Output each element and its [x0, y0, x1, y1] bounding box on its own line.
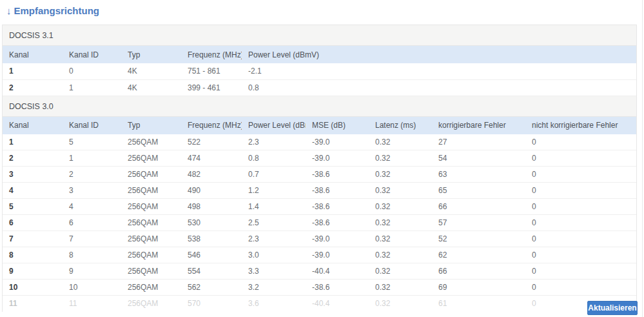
table-row: 214K399 - 4610.8 [3, 79, 636, 96]
table-row: 104K751 - 861-2.1 [3, 63, 636, 79]
table-cell: 0.32 [369, 231, 432, 247]
table-cell: 4 [3, 183, 63, 199]
table-cell: 3.0 [242, 247, 306, 263]
table-cell: 1 [63, 79, 121, 96]
table-cell: 5 [3, 199, 63, 215]
table-row: 43256QAM4901.2-38.60.32650 [3, 183, 636, 199]
table-cell: 57 [432, 215, 525, 231]
table-cell: 256QAM [121, 199, 181, 215]
table-cell: 6 [63, 215, 121, 231]
table-cell: 0.32 [369, 199, 432, 215]
column-header: nicht korrigierbare Fehler [525, 117, 636, 134]
table-cell: 0 [525, 167, 636, 183]
table-cell: 0.32 [369, 150, 432, 167]
table-cell: 751 - 861 [181, 63, 242, 79]
table-cell: 0.32 [369, 263, 432, 280]
table-cell: 1.4 [242, 199, 306, 215]
table-cell: 54 [432, 150, 525, 167]
table-row: 77256QAM5382.3-39.00.32520 [3, 231, 636, 247]
table-cell: 0 [525, 199, 636, 215]
docsis-section: DOCSIS 3.0 KanalKanal IDTypFrequenz (MHz… [3, 96, 636, 312]
table-cell: 399 - 461 [181, 79, 242, 96]
table-cell: 0 [525, 247, 636, 263]
column-header: Kanal ID [63, 117, 121, 134]
table-cell: 256QAM [121, 150, 181, 167]
table-cell: -39.0 [306, 247, 369, 263]
table-cell: -40.4 [306, 263, 369, 280]
table-cell: 3.2 [242, 280, 306, 296]
table-cell: 8 [3, 247, 63, 263]
table-cell: 256QAM [121, 247, 181, 263]
table-cell: 63 [432, 167, 525, 183]
table-cell: 52 [432, 231, 525, 247]
table-cell: 0.32 [369, 167, 432, 183]
table-cell: 546 [181, 247, 242, 263]
table-cell: 69 [432, 280, 525, 296]
table-cell: 66 [432, 199, 525, 215]
table-cell: 6 [3, 215, 63, 231]
table-cell: 8 [63, 247, 121, 263]
channel-table: KanalKanal IDTypFrequenz (MHz)Power Leve… [3, 46, 636, 96]
column-header: MSE (dB) [306, 117, 369, 134]
table-cell: 2 [63, 167, 121, 183]
table-row: 66256QAM5302.5-38.60.32570 [3, 215, 636, 231]
table-cell: 4K [121, 63, 181, 79]
table-cell: 256QAM [121, 183, 181, 199]
table-cell: 474 [181, 150, 242, 167]
table-cell: 2.3 [242, 134, 306, 150]
table-cell: 256QAM [121, 134, 181, 150]
table-cell: 65 [432, 183, 525, 199]
table-header-row: KanalKanal IDTypFrequenz (MHz)Power Leve… [3, 117, 636, 134]
table-cell: 554 [181, 263, 242, 280]
receive-direction-title[interactable]: ↓Empfangsrichtung [6, 5, 99, 16]
table-cell: 4K [121, 79, 181, 96]
column-header: Kanal [3, 117, 63, 134]
table-cell: 490 [181, 183, 242, 199]
table-cell: 256QAM [121, 167, 181, 183]
table-cell: 0 [525, 183, 636, 199]
table-cell: 7 [3, 231, 63, 247]
table-header-row: KanalKanal IDTypFrequenz (MHz)Power Leve… [3, 46, 636, 63]
table-cell: 3.3 [242, 263, 306, 280]
table-cell: 3.6 [242, 296, 306, 312]
table-cell: 522 [181, 134, 242, 150]
table-cell: 1.2 [242, 183, 306, 199]
table-row: 88256QAM5463.0-39.00.32620 [3, 247, 636, 263]
column-header: Typ [121, 46, 181, 63]
column-header: Power Level (dBmV) [242, 117, 306, 134]
table-cell: 0 [525, 215, 636, 231]
table-cell: -40.4 [306, 296, 369, 312]
column-header: Kanal ID [63, 46, 121, 63]
table-cell: -39.0 [306, 134, 369, 150]
table-cell: 0 [525, 134, 636, 150]
table-cell: 1 [63, 150, 121, 167]
table-cell: 10 [63, 280, 121, 296]
channel-table: KanalKanal IDTypFrequenz (MHz)Power Leve… [3, 117, 636, 312]
table-row: 1010256QAM5623.2-38.60.32690 [3, 280, 636, 296]
page-title: Empfangsrichtung [14, 5, 100, 16]
column-header: Typ [121, 117, 181, 134]
table-cell: 62 [432, 247, 525, 263]
table-row: 54256QAM4981.4-38.60.32660 [3, 199, 636, 215]
table-cell: -39.0 [306, 150, 369, 167]
table-cell: 0 [525, 150, 636, 167]
table-row: 99256QAM5543.3-40.40.32660 [3, 263, 636, 280]
table-cell: 10 [3, 280, 63, 296]
refresh-button[interactable]: Aktualisieren [587, 301, 638, 315]
section-title: DOCSIS 3.0 [3, 96, 636, 117]
table-cell: -38.6 [306, 183, 369, 199]
table-cell: 5 [63, 134, 121, 150]
table-cell: -38.6 [306, 199, 369, 215]
table-cell: 0.7 [242, 167, 306, 183]
table-cell: 4 [63, 199, 121, 215]
table-cell: 538 [181, 231, 242, 247]
table-row: 21256QAM4740.8-39.00.32540 [3, 150, 636, 167]
table-cell: 2 [3, 150, 63, 167]
channel-tables-container: DOCSIS 3.1 KanalKanal IDTypFrequenz (MHz… [2, 25, 637, 312]
docsis-section: DOCSIS 3.1 KanalKanal IDTypFrequenz (MHz… [3, 25, 636, 96]
table-cell: 9 [3, 263, 63, 280]
table-cell: 0.32 [369, 280, 432, 296]
table-cell: 9 [63, 263, 121, 280]
table-cell: 0 [525, 280, 636, 296]
table-cell: 256QAM [121, 296, 181, 312]
